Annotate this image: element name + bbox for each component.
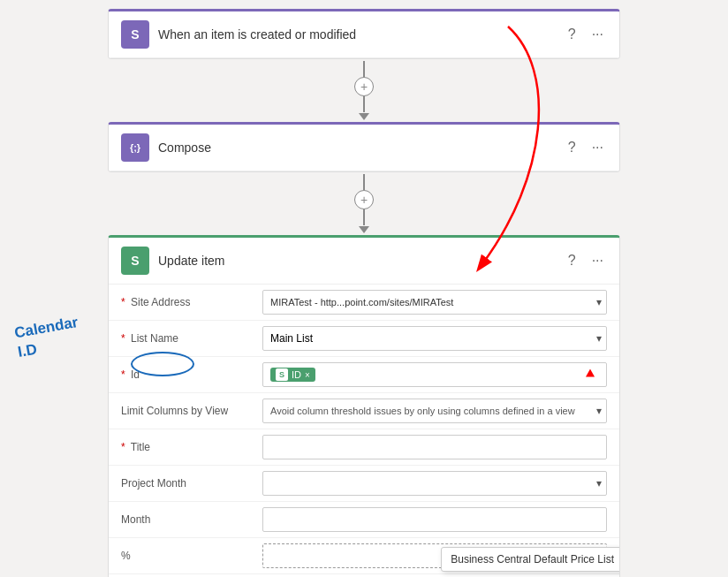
form-row-id: * Id S ID × <box>109 357 619 393</box>
form-row-percent: % Business Central Default Price List <box>109 538 619 574</box>
site-address-label: * Site Address <box>121 296 262 308</box>
connector-2: + <box>354 174 374 233</box>
step-update-actions: ? ··· <box>565 251 607 270</box>
id-tag-icon: S <box>276 368 288 381</box>
update-form-body: * Site Address MIRATest - http...point.c… <box>109 285 619 577</box>
step-update-help-btn[interactable]: ? <box>565 251 580 270</box>
step-compose-header: {;} Compose ? ··· <box>109 125 619 171</box>
project-label: Project Month <box>121 477 262 490</box>
list-name-value[interactable]: Main List <box>262 326 607 351</box>
step-trigger-title: When an item is created or modified <box>158 27 565 42</box>
site-address-input[interactable]: MIRATest - http...point.com/sites/MIRATe… <box>262 290 607 315</box>
add-step-btn-2[interactable]: + <box>354 190 374 209</box>
step-compose-actions: ? ··· <box>565 138 607 157</box>
connector-arrow-2 <box>359 226 369 233</box>
step-compose: {;} Compose ? ··· <box>108 122 620 172</box>
id-input-box[interactable]: S ID × <box>262 362 607 387</box>
step-trigger-icon: S <box>121 20 149 49</box>
red-indicator <box>584 368 596 383</box>
limit-columns-value[interactable]: Avoid column threshold issues by only us… <box>262 399 607 423</box>
connector-arrow-1 <box>359 113 369 120</box>
step-compose-title: Compose <box>158 140 565 155</box>
step-update-title: Update item <box>158 254 565 268</box>
site-address-value[interactable]: MIRATest - http...point.com/sites/MIRATe… <box>262 290 607 315</box>
step-trigger-actions: ? ··· <box>565 25 607 44</box>
id-label: * Id <box>121 368 262 381</box>
title-input-box[interactable] <box>262 435 607 459</box>
form-row-project: Project Month ▾ <box>109 466 619 502</box>
id-input[interactable]: S ID × <box>262 362 607 387</box>
step-update-header: S Update item ? ··· <box>109 238 619 285</box>
project-input[interactable]: ▾ <box>262 471 607 496</box>
add-step-btn-1[interactable]: + <box>354 77 374 96</box>
id-tag-close-icon[interactable]: × <box>305 370 310 380</box>
form-row-limit-columns: Limit Columns by View Avoid column thres… <box>109 393 619 429</box>
step-trigger-more-btn[interactable]: ··· <box>588 25 607 44</box>
step-trigger-header: S When an item is created or modified ? … <box>109 11 619 58</box>
tooltip-popup: Business Central Default Price List <box>441 547 620 572</box>
canvas: Calendar I.D S When an item is created o… <box>0 0 728 577</box>
list-name-input[interactable]: Main List ▾ <box>262 326 607 351</box>
limit-columns-input[interactable]: Avoid column threshold issues by only us… <box>262 399 607 423</box>
month-input-box[interactable] <box>262 507 607 532</box>
id-tag-chip: S ID × <box>270 368 315 382</box>
form-row-list-name: * List Name Main List ▾ <box>109 321 619 357</box>
title-label: * Title <box>121 441 262 453</box>
step-compose-more-btn[interactable]: ··· <box>588 138 607 157</box>
step-update-more-btn[interactable]: ··· <box>588 251 607 270</box>
step-compose-help-btn[interactable]: ? <box>565 138 580 157</box>
step-trigger: S When an item is created or modified ? … <box>108 9 620 59</box>
step-compose-icon: {;} <box>121 133 149 162</box>
limit-columns-label: Limit Columns by View <box>121 405 262 417</box>
step-update: S Update item ? ··· * Site Address <box>108 235 620 577</box>
form-row-month: Month <box>109 502 619 538</box>
step-trigger-help-btn[interactable]: ? <box>565 25 580 44</box>
svg-marker-1 <box>586 369 595 377</box>
connector-line-1 <box>363 61 365 77</box>
form-row-site-address: * Site Address MIRATest - http...point.c… <box>109 285 619 321</box>
connector-line-2 <box>363 174 365 190</box>
connector-1: + <box>354 61 374 120</box>
month-label: Month <box>121 513 262 526</box>
project-input-box[interactable] <box>262 471 607 496</box>
connector-line-2b <box>363 209 365 225</box>
title-input[interactable] <box>262 435 607 459</box>
form-row-title: * Title <box>109 429 619 466</box>
list-name-label: * List Name <box>121 332 262 345</box>
percent-label: % <box>121 550 262 562</box>
month-input[interactable] <box>262 507 607 532</box>
step-update-icon: S <box>121 247 149 275</box>
flow-container: S When an item is created or modified ? … <box>0 9 728 577</box>
connector-line-1b <box>363 96 365 112</box>
